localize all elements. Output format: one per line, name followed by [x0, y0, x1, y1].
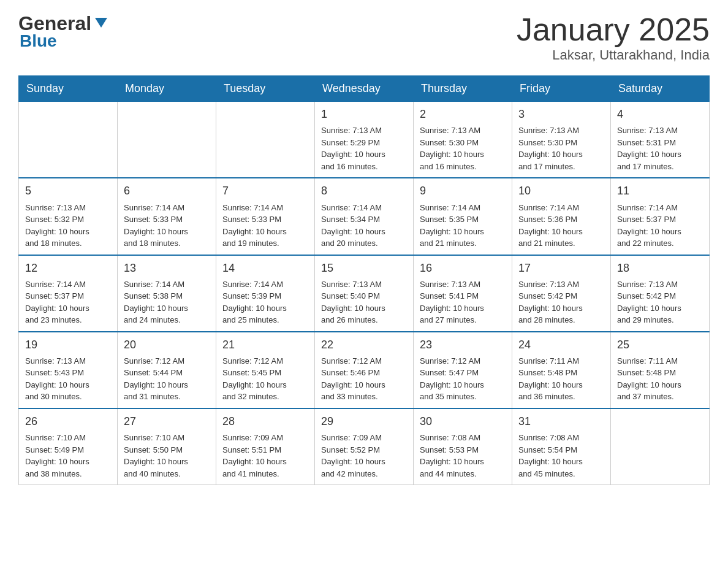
- day-number: 22: [321, 337, 407, 353]
- table-row: 16Sunrise: 7:13 AM Sunset: 5:41 PM Dayli…: [414, 255, 512, 332]
- day-number: 1: [321, 107, 407, 122]
- day-info: Sunrise: 7:13 AM Sunset: 5:41 PM Dayligh…: [420, 278, 506, 326]
- day-info: Sunrise: 7:13 AM Sunset: 5:31 PM Dayligh…: [617, 124, 703, 172]
- table-row: 5Sunrise: 7:13 AM Sunset: 5:32 PM Daylig…: [19, 178, 118, 255]
- table-row: 27Sunrise: 7:10 AM Sunset: 5:50 PM Dayli…: [118, 408, 216, 485]
- table-row: 4Sunrise: 7:13 AM Sunset: 5:31 PM Daylig…: [611, 102, 710, 178]
- day-number: 23: [420, 337, 506, 353]
- day-info: Sunrise: 7:12 AM Sunset: 5:44 PM Dayligh…: [124, 355, 210, 403]
- col-thursday: Thursday: [414, 76, 512, 102]
- table-row: 6Sunrise: 7:14 AM Sunset: 5:33 PM Daylig…: [118, 178, 216, 255]
- table-row: 2Sunrise: 7:13 AM Sunset: 5:30 PM Daylig…: [414, 102, 512, 178]
- table-row: 31Sunrise: 7:08 AM Sunset: 5:54 PM Dayli…: [512, 408, 611, 485]
- col-tuesday: Tuesday: [216, 76, 315, 102]
- day-info: Sunrise: 7:14 AM Sunset: 5:37 PM Dayligh…: [617, 202, 703, 250]
- day-number: 6: [124, 183, 210, 199]
- day-info: Sunrise: 7:13 AM Sunset: 5:30 PM Dayligh…: [518, 124, 604, 172]
- day-info: Sunrise: 7:14 AM Sunset: 5:38 PM Dayligh…: [124, 278, 210, 326]
- day-number: 14: [222, 261, 308, 276]
- day-number: 3: [518, 107, 604, 122]
- logo: General Blue: [18, 12, 110, 51]
- day-info: Sunrise: 7:09 AM Sunset: 5:52 PM Dayligh…: [321, 432, 407, 480]
- logo-triangle-icon: [93, 14, 110, 31]
- day-number: 16: [420, 261, 506, 276]
- logo-blue-text: Blue: [20, 31, 57, 51]
- day-info: Sunrise: 7:08 AM Sunset: 5:53 PM Dayligh…: [420, 432, 506, 480]
- table-row: 14Sunrise: 7:14 AM Sunset: 5:39 PM Dayli…: [216, 255, 315, 332]
- table-row: 1Sunrise: 7:13 AM Sunset: 5:29 PM Daylig…: [315, 102, 414, 178]
- day-number: 26: [25, 414, 111, 429]
- table-row: 30Sunrise: 7:08 AM Sunset: 5:53 PM Dayli…: [414, 408, 512, 485]
- table-row: 26Sunrise: 7:10 AM Sunset: 5:49 PM Dayli…: [19, 408, 118, 485]
- day-number: 20: [124, 337, 210, 353]
- table-row: 12Sunrise: 7:14 AM Sunset: 5:37 PM Dayli…: [19, 255, 118, 332]
- location-subtitle: Laksar, Uttarakhand, India: [517, 47, 710, 63]
- day-info: Sunrise: 7:10 AM Sunset: 5:49 PM Dayligh…: [25, 432, 111, 480]
- svg-marker-0: [95, 18, 107, 28]
- table-row: 7Sunrise: 7:14 AM Sunset: 5:33 PM Daylig…: [216, 178, 315, 255]
- day-number: 9: [420, 183, 506, 199]
- table-row: 8Sunrise: 7:14 AM Sunset: 5:34 PM Daylig…: [315, 178, 414, 255]
- day-info: Sunrise: 7:14 AM Sunset: 5:36 PM Dayligh…: [518, 202, 604, 250]
- day-number: 15: [321, 261, 407, 276]
- table-row: 25Sunrise: 7:11 AM Sunset: 5:48 PM Dayli…: [611, 332, 710, 408]
- day-info: Sunrise: 7:13 AM Sunset: 5:29 PM Dayligh…: [321, 124, 407, 172]
- col-monday: Monday: [118, 76, 216, 102]
- table-row: 11Sunrise: 7:14 AM Sunset: 5:37 PM Dayli…: [611, 178, 710, 255]
- day-number: 25: [617, 337, 703, 353]
- table-row: 29Sunrise: 7:09 AM Sunset: 5:52 PM Dayli…: [315, 408, 414, 485]
- day-info: Sunrise: 7:12 AM Sunset: 5:46 PM Dayligh…: [321, 355, 407, 403]
- calendar-week-row: 5Sunrise: 7:13 AM Sunset: 5:32 PM Daylig…: [19, 178, 710, 255]
- col-wednesday: Wednesday: [315, 76, 414, 102]
- calendar-week-row: 26Sunrise: 7:10 AM Sunset: 5:49 PM Dayli…: [19, 408, 710, 485]
- day-info: Sunrise: 7:12 AM Sunset: 5:47 PM Dayligh…: [420, 355, 506, 403]
- day-number: 13: [124, 261, 210, 276]
- table-row: 24Sunrise: 7:11 AM Sunset: 5:48 PM Dayli…: [512, 332, 611, 408]
- table-row: 15Sunrise: 7:13 AM Sunset: 5:40 PM Dayli…: [315, 255, 414, 332]
- col-sunday: Sunday: [19, 76, 118, 102]
- table-row: 23Sunrise: 7:12 AM Sunset: 5:47 PM Dayli…: [414, 332, 512, 408]
- calendar-table: Sunday Monday Tuesday Wednesday Thursday…: [18, 75, 710, 485]
- col-saturday: Saturday: [611, 76, 710, 102]
- table-row: 9Sunrise: 7:14 AM Sunset: 5:35 PM Daylig…: [414, 178, 512, 255]
- day-number: 24: [518, 337, 604, 353]
- table-row: 13Sunrise: 7:14 AM Sunset: 5:38 PM Dayli…: [118, 255, 216, 332]
- day-info: Sunrise: 7:11 AM Sunset: 5:48 PM Dayligh…: [617, 355, 703, 403]
- day-number: 31: [518, 414, 604, 429]
- day-info: Sunrise: 7:13 AM Sunset: 5:42 PM Dayligh…: [518, 278, 604, 326]
- day-info: Sunrise: 7:14 AM Sunset: 5:33 PM Dayligh…: [222, 202, 308, 250]
- title-section: January 2025 Laksar, Uttarakhand, India: [517, 12, 710, 63]
- table-row: 21Sunrise: 7:12 AM Sunset: 5:45 PM Dayli…: [216, 332, 315, 408]
- calendar-header-row: Sunday Monday Tuesday Wednesday Thursday…: [19, 76, 710, 102]
- day-info: Sunrise: 7:14 AM Sunset: 5:34 PM Dayligh…: [321, 202, 407, 250]
- day-number: 19: [25, 337, 111, 353]
- table-row: [118, 102, 216, 178]
- day-number: 30: [420, 414, 506, 429]
- day-info: Sunrise: 7:12 AM Sunset: 5:45 PM Dayligh…: [222, 355, 308, 403]
- day-info: Sunrise: 7:14 AM Sunset: 5:37 PM Dayligh…: [25, 278, 111, 326]
- table-row: 20Sunrise: 7:12 AM Sunset: 5:44 PM Dayli…: [118, 332, 216, 408]
- day-number: 2: [420, 107, 506, 122]
- day-number: 27: [124, 414, 210, 429]
- table-row: [216, 102, 315, 178]
- day-info: Sunrise: 7:14 AM Sunset: 5:35 PM Dayligh…: [420, 202, 506, 250]
- day-number: 5: [25, 183, 111, 199]
- day-number: 28: [222, 414, 308, 429]
- table-row: [611, 408, 710, 485]
- day-info: Sunrise: 7:13 AM Sunset: 5:43 PM Dayligh…: [25, 355, 111, 403]
- day-number: 21: [222, 337, 308, 353]
- day-info: Sunrise: 7:13 AM Sunset: 5:30 PM Dayligh…: [420, 124, 506, 172]
- calendar-week-row: 19Sunrise: 7:13 AM Sunset: 5:43 PM Dayli…: [19, 332, 710, 408]
- day-number: 29: [321, 414, 407, 429]
- day-info: Sunrise: 7:10 AM Sunset: 5:50 PM Dayligh…: [124, 432, 210, 480]
- day-number: 4: [617, 107, 703, 122]
- day-info: Sunrise: 7:13 AM Sunset: 5:32 PM Dayligh…: [25, 202, 111, 250]
- table-row: 17Sunrise: 7:13 AM Sunset: 5:42 PM Dayli…: [512, 255, 611, 332]
- page-header: General Blue January 2025 Laksar, Uttara…: [18, 12, 710, 63]
- col-friday: Friday: [512, 76, 611, 102]
- table-row: 19Sunrise: 7:13 AM Sunset: 5:43 PM Dayli…: [19, 332, 118, 408]
- day-number: 12: [25, 261, 111, 276]
- table-row: 10Sunrise: 7:14 AM Sunset: 5:36 PM Dayli…: [512, 178, 611, 255]
- day-number: 17: [518, 261, 604, 276]
- day-info: Sunrise: 7:13 AM Sunset: 5:40 PM Dayligh…: [321, 278, 407, 326]
